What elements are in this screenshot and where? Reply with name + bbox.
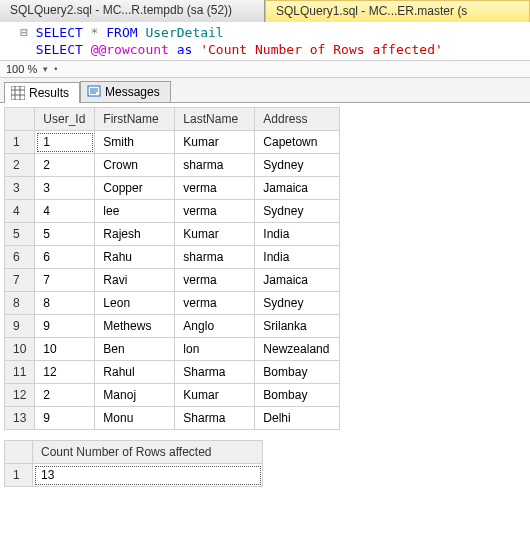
cell[interactable]: sharma [175, 246, 255, 269]
cell[interactable]: 12 [35, 361, 95, 384]
row-number[interactable]: 11 [5, 361, 35, 384]
table-row[interactable]: 88LeonvermaSydney [5, 292, 340, 315]
row-number[interactable]: 2 [5, 154, 35, 177]
cell[interactable]: 3 [35, 177, 95, 200]
row-number[interactable]: 9 [5, 315, 35, 338]
cell[interactable]: lon [175, 338, 255, 361]
cell[interactable]: Sharma [175, 407, 255, 430]
row-number[interactable]: 1 [5, 131, 35, 154]
cell[interactable]: India [255, 223, 340, 246]
cell[interactable]: 1 [35, 131, 95, 154]
col-header-lastname[interactable]: LastName [175, 108, 255, 131]
row-number[interactable]: 8 [5, 292, 35, 315]
cell[interactable]: Jamaica [255, 177, 340, 200]
row-number[interactable]: 4 [5, 200, 35, 223]
cell[interactable]: Kumar [175, 223, 255, 246]
grid-corner[interactable] [5, 441, 33, 464]
tab-messages[interactable]: Messages [80, 81, 171, 102]
cell[interactable]: verma [175, 269, 255, 292]
table-row[interactable]: 22CrownsharmaSydney [5, 154, 340, 177]
cell[interactable]: Sydney [255, 154, 340, 177]
grid-corner[interactable] [5, 108, 35, 131]
row-number[interactable]: 12 [5, 384, 35, 407]
cell[interactable]: Kumar [175, 384, 255, 407]
cell[interactable]: Copper [95, 177, 175, 200]
cell[interactable]: Jamaica [255, 269, 340, 292]
cell[interactable]: lee [95, 200, 175, 223]
cell[interactable]: Capetown [255, 131, 340, 154]
cell[interactable]: Methews [95, 315, 175, 338]
col-header-address[interactable]: Address [255, 108, 340, 131]
cell[interactable]: Rajesh [95, 223, 175, 246]
cell[interactable]: Sydney [255, 200, 340, 223]
cell[interactable]: India [255, 246, 340, 269]
cell-count-value[interactable]: 13 [33, 464, 263, 487]
cell[interactable]: Delhi [255, 407, 340, 430]
cell[interactable]: 2 [35, 154, 95, 177]
table-row[interactable]: 55RajeshKumarIndia [5, 223, 340, 246]
cell[interactable]: Newzealand [255, 338, 340, 361]
table-row[interactable]: 66RahusharmaIndia [5, 246, 340, 269]
row-number[interactable]: 13 [5, 407, 35, 430]
tab-results[interactable]: Results [4, 82, 80, 103]
cell[interactable]: verma [175, 200, 255, 223]
table-row[interactable]: 139MonuSharmaDelhi [5, 407, 340, 430]
sql-editor[interactable]: ⊟ SELECT * FROM UserDetail SELECT @@rowc… [0, 22, 530, 61]
cell[interactable]: Crown [95, 154, 175, 177]
table-row[interactable]: 44leevermaSydney [5, 200, 340, 223]
cell[interactable]: Rahu [95, 246, 175, 269]
cell[interactable]: Rahul [95, 361, 175, 384]
dropdown-icon[interactable]: • [54, 64, 57, 74]
fold-icon[interactable]: ⊟ [6, 24, 28, 41]
cell[interactable]: verma [175, 292, 255, 315]
cell[interactable]: Srilanka [255, 315, 340, 338]
cell[interactable]: Sharma [175, 361, 255, 384]
cell[interactable]: verma [175, 177, 255, 200]
table-row[interactable]: 1 13 [5, 464, 263, 487]
table-row[interactable]: 1010BenlonNewzealand [5, 338, 340, 361]
row-number[interactable]: 6 [5, 246, 35, 269]
cell[interactable]: sharma [175, 154, 255, 177]
cell[interactable]: Kumar [175, 131, 255, 154]
row-number[interactable]: 7 [5, 269, 35, 292]
cell[interactable]: Bombay [255, 384, 340, 407]
cell[interactable]: Monu [95, 407, 175, 430]
chevron-down-icon[interactable]: ▾ [43, 64, 48, 74]
cell[interactable]: 10 [35, 338, 95, 361]
cell[interactable]: Anglo [175, 315, 255, 338]
table-row[interactable]: 99MethewsAngloSrilanka [5, 315, 340, 338]
table-row[interactable]: 77RavivermaJamaica [5, 269, 340, 292]
row-number[interactable]: 10 [5, 338, 35, 361]
cell[interactable]: 9 [35, 315, 95, 338]
row-number[interactable]: 5 [5, 223, 35, 246]
cell[interactable]: 9 [35, 407, 95, 430]
sql-keyword: SELECT [36, 25, 83, 40]
cell[interactable]: 2 [35, 384, 95, 407]
cell[interactable]: Ben [95, 338, 175, 361]
cell[interactable]: Ravi [95, 269, 175, 292]
cell[interactable]: Manoj [95, 384, 175, 407]
table-row[interactable]: 33CoppervermaJamaica [5, 177, 340, 200]
cell[interactable]: 7 [35, 269, 95, 292]
result-grid-2[interactable]: Count Number of Rows affected 1 13 [4, 440, 263, 487]
row-number[interactable]: 1 [5, 464, 33, 487]
tab-query2[interactable]: SQLQuery2.sql - MC...R.tempdb (sa (52)) [0, 0, 265, 22]
tab-query1[interactable]: SQLQuery1.sql - MC...ER.master (s [265, 0, 530, 22]
table-row[interactable]: 122ManojKumarBombay [5, 384, 340, 407]
table-row[interactable]: 11SmithKumarCapetown [5, 131, 340, 154]
table-row[interactable]: 1112RahulSharmaBombay [5, 361, 340, 384]
row-number[interactable]: 3 [5, 177, 35, 200]
col-header-count[interactable]: Count Number of Rows affected [33, 441, 263, 464]
col-header-firstname[interactable]: FirstName [95, 108, 175, 131]
cell[interactable]: Bombay [255, 361, 340, 384]
cell[interactable]: Sydney [255, 292, 340, 315]
cell[interactable]: Smith [95, 131, 175, 154]
cell[interactable]: 5 [35, 223, 95, 246]
cell[interactable]: 4 [35, 200, 95, 223]
cell[interactable]: 8 [35, 292, 95, 315]
cell[interactable]: 6 [35, 246, 95, 269]
result-grid-1[interactable]: User_Id FirstName LastName Address 11Smi… [4, 107, 340, 430]
zoom-control[interactable]: 100 % ▾ • [0, 61, 530, 78]
cell[interactable]: Leon [95, 292, 175, 315]
col-header-userid[interactable]: User_Id [35, 108, 95, 131]
